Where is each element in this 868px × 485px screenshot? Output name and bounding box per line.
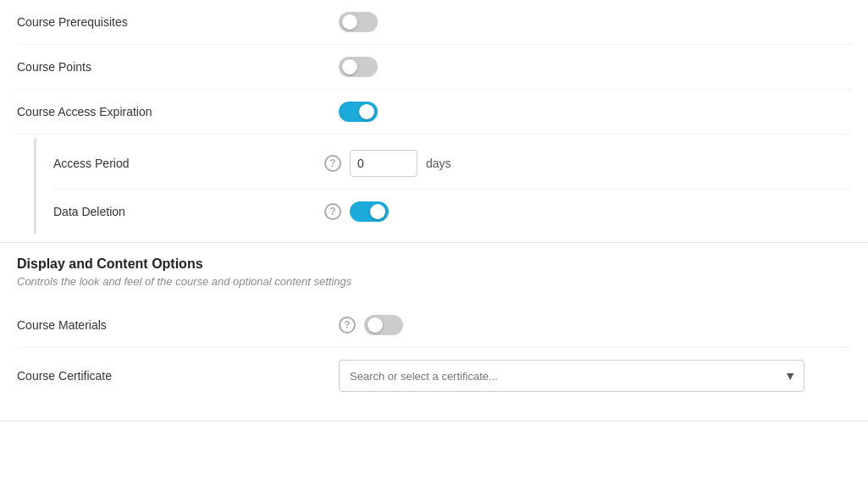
course-prerequisites-slider [339,12,378,32]
access-period-label: Access Period [53,157,324,170]
access-period-control: ? days [324,150,451,177]
course-points-toggle[interactable] [339,57,378,77]
display-section: Course Materials ? Course Certificate ▼ [0,295,868,422]
data-deletion-help-icon[interactable]: ? [324,203,341,220]
data-deletion-label: Data Deletion [53,205,324,218]
course-certificate-search-input[interactable] [339,360,804,392]
course-access-expiration-control [339,102,378,122]
course-materials-control: ? [339,315,403,335]
course-access-expiration-row: Course Access Expiration [17,90,851,135]
course-access-expiration-label: Course Access Expiration [17,105,339,118]
course-certificate-select-wrapper: ▼ [339,360,804,392]
course-prerequisites-toggle[interactable] [339,12,378,32]
course-points-label: Course Points [17,60,339,74]
course-materials-label: Course Materials [17,318,339,332]
display-section-subtitle: Controls the look and feel of the course… [17,275,851,288]
course-prerequisites-label: Course Prerequisites [17,15,339,29]
data-deletion-slider [350,201,389,222]
data-deletion-row: Data Deletion ? [53,190,851,234]
course-prerequisites-row: Course Prerequisites [17,0,851,45]
course-materials-row: Course Materials ? [17,303,851,348]
access-period-help-icon[interactable]: ? [324,155,341,172]
course-access-expiration-toggle[interactable] [339,102,378,122]
display-section-header: Display and Content Options Controls the… [0,243,868,295]
access-period-row: Access Period ? days [53,138,851,190]
course-prerequisites-control [339,12,378,32]
course-points-control [339,57,378,77]
course-certificate-control: ▼ [339,360,804,392]
display-section-title: Display and Content Options [17,256,851,272]
course-materials-help-icon[interactable]: ? [339,317,356,333]
course-certificate-label: Course Certificate [17,369,339,383]
access-expiration-sub-section: Access Period ? days Data Deletion ? [34,138,851,234]
data-deletion-control: ? [324,201,389,222]
access-period-unit: days [426,157,451,170]
course-certificate-row: Course Certificate ▼ [17,348,851,404]
course-materials-toggle[interactable] [364,315,403,335]
access-period-input[interactable] [350,150,417,177]
course-points-slider [339,57,378,77]
course-materials-slider [364,315,403,335]
course-points-row: Course Points [17,45,851,90]
data-deletion-toggle[interactable] [350,201,389,222]
course-access-expiration-slider [339,102,378,122]
